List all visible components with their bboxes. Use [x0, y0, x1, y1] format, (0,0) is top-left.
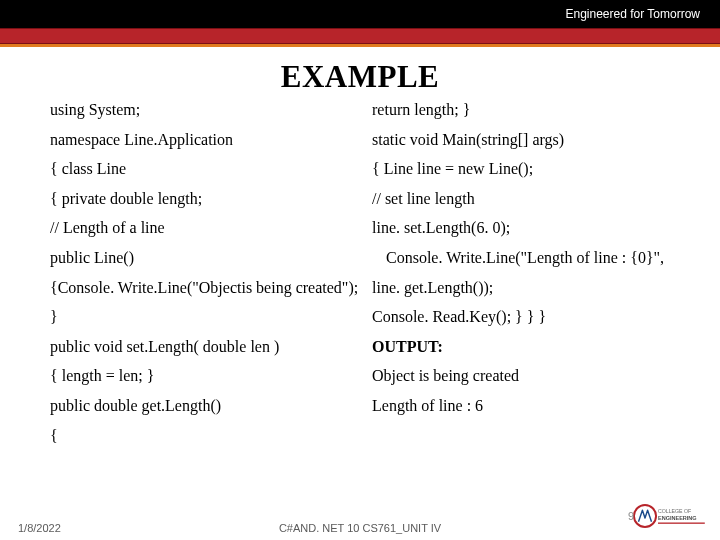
code-line: using System; [50, 101, 370, 119]
right-column: return length; } static void Main(string… [370, 101, 670, 444]
code-line: {Console. Write.Line("Objectis being cre… [50, 279, 370, 297]
code-line: { class Line [50, 160, 370, 178]
code-line: Console. Write.Line("Length of line : {0… [372, 249, 670, 267]
footer-date: 1/8/2022 [18, 522, 61, 534]
code-line: static void Main(string[] args) [372, 131, 670, 149]
code-line: } [50, 308, 370, 326]
code-line: line. get.Length()); [372, 279, 670, 297]
code-line: public void set.Length( double len ) [50, 338, 370, 356]
header-tagline: Engineered for Tomorrow [565, 7, 700, 21]
code-line: return length; } [372, 101, 670, 119]
code-line: Console. Read.Key(); } } } [372, 308, 670, 326]
orange-line [0, 44, 720, 47]
code-line: { private double length; [50, 190, 370, 208]
output-label: OUTPUT: [372, 338, 670, 356]
left-column: using System; namespace Line.Application… [50, 101, 370, 444]
code-line: { length = len; } [50, 367, 370, 385]
logo-text-bottom: ENGINEERING [658, 515, 697, 521]
svg-rect-1 [658, 523, 705, 524]
code-line: { [50, 427, 370, 445]
college-logo: COLLEGE OF ENGINEERING [632, 498, 710, 534]
footer-center: C#AND. NET 10 CS761_UNIT IV [279, 522, 441, 534]
code-line: // Length of a line [50, 219, 370, 237]
logo-text-top: COLLEGE OF [658, 508, 691, 514]
red-bar [0, 28, 720, 44]
code-line: public Line() [50, 249, 370, 267]
code-line: // set line length [372, 190, 670, 208]
code-line: namespace Line.Application [50, 131, 370, 149]
code-line: { Line line = new Line(); [372, 160, 670, 178]
code-line: line. set.Length(6. 0); [372, 219, 670, 237]
content-area: using System; namespace Line.Application… [0, 101, 720, 444]
output-line: Length of line : 6 [372, 397, 670, 415]
page-number: 9 [628, 510, 634, 522]
header-bar: Engineered for Tomorrow [0, 0, 720, 28]
code-line: public double get.Length() [50, 397, 370, 415]
slide-title: EXAMPLE [0, 59, 720, 95]
output-line: Object is being created [372, 367, 670, 385]
